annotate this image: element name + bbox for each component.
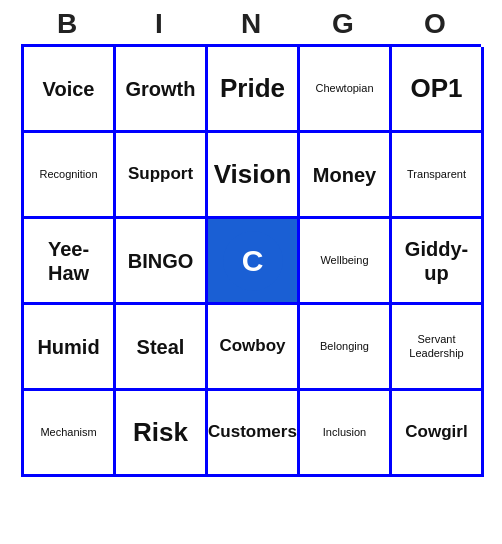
cell-text-1: Growth [126, 77, 196, 101]
bingo-cell-15: Humid [24, 305, 116, 391]
bingo-cell-2: Pride [208, 47, 300, 133]
cell-text-23: Inclusion [323, 426, 366, 439]
bingo-cell-9: Transparent [392, 133, 484, 219]
bingo-cell-21: Risk [116, 391, 208, 477]
bingo-cell-22: Customers [208, 391, 300, 477]
cell-text-3: Chewtopian [315, 82, 373, 95]
bingo-cell-13: Wellbeing [300, 219, 392, 305]
bingo-cell-18: Belonging [300, 305, 392, 391]
bingo-cell-19: Servant Leadership [392, 305, 484, 391]
bingo-grid: VoiceGrowthPrideChewtopianOP1Recognition… [21, 44, 481, 477]
cell-text-24: Cowgirl [405, 422, 467, 442]
cell-text-0: Voice [43, 77, 95, 101]
bingo-cell-24: Cowgirl [392, 391, 484, 477]
header-letter-i: I [113, 8, 205, 40]
bingo-header: BINGO [21, 8, 481, 40]
cell-text-19: Servant Leadership [396, 333, 477, 359]
cell-text-15: Humid [37, 335, 99, 359]
cell-text-8: Money [313, 163, 376, 187]
bingo-cell-16: Steal [116, 305, 208, 391]
bingo-cell-0: Voice [24, 47, 116, 133]
cell-text-9: Transparent [407, 168, 466, 181]
cell-text-7: Vision [214, 159, 292, 190]
cell-text-4: OP1 [410, 73, 462, 104]
bingo-cell-23: Inclusion [300, 391, 392, 477]
cell-text-14: Giddy-up [396, 237, 477, 285]
cell-text-22: Customers [208, 422, 297, 442]
cell-text-18: Belonging [320, 340, 369, 353]
bingo-cell-5: Recognition [24, 133, 116, 219]
header-letter-o: O [389, 8, 481, 40]
cell-text-13: Wellbeing [320, 254, 368, 267]
bingo-cell-1: Growth [116, 47, 208, 133]
bingo-cell-20: Mechanism [24, 391, 116, 477]
cell-text-11: BINGO [128, 249, 194, 273]
bingo-cell-6: Support [116, 133, 208, 219]
bingo-cell-12: C [208, 219, 300, 305]
cell-text-6: Support [128, 164, 193, 184]
header-letter-b: B [21, 8, 113, 40]
bingo-cell-7: Vision [208, 133, 300, 219]
header-letter-n: N [205, 8, 297, 40]
cell-text-2: Pride [220, 73, 285, 104]
cell-text-10: Yee-Haw [28, 237, 109, 285]
cell-text-17: Cowboy [219, 336, 285, 356]
bingo-cell-14: Giddy-up [392, 219, 484, 305]
cell-text-21: Risk [133, 417, 188, 448]
bingo-cell-10: Yee-Haw [24, 219, 116, 305]
bingo-cell-17: Cowboy [208, 305, 300, 391]
bingo-cell-4: OP1 [392, 47, 484, 133]
cell-text-20: Mechanism [40, 426, 96, 439]
header-letter-g: G [297, 8, 389, 40]
bingo-cell-3: Chewtopian [300, 47, 392, 133]
free-space-circle: C [223, 231, 283, 291]
bingo-cell-11: BINGO [116, 219, 208, 305]
cell-text-5: Recognition [39, 168, 97, 181]
bingo-cell-8: Money [300, 133, 392, 219]
cell-text-16: Steal [137, 335, 185, 359]
